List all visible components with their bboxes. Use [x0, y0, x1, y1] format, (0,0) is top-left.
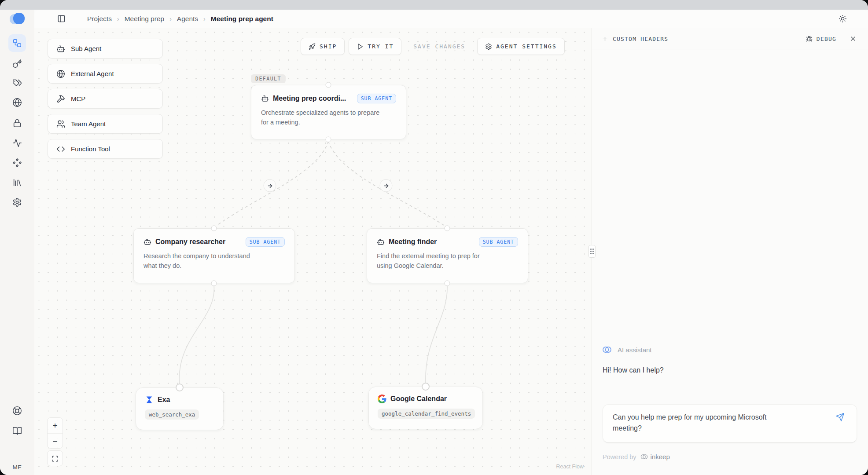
react-flow-attribution[interactable]: React Flow	[556, 464, 584, 470]
fullscreen-button[interactable]	[48, 451, 63, 466]
flow-canvas[interactable]: Sub Agent External Agent MCP Team Agent …	[34, 28, 592, 475]
close-icon	[850, 35, 857, 42]
panel-left-toggle-button[interactable]	[55, 12, 68, 26]
topbar: Projects › Meeting prep › Agents › Meeti…	[34, 10, 868, 28]
play-icon	[357, 43, 364, 50]
sidebar-item-components[interactable]	[8, 154, 26, 172]
node-title: Meeting finder	[389, 238, 437, 246]
close-panel-button[interactable]	[848, 33, 858, 44]
breadcrumb-separator: ›	[117, 15, 119, 22]
sidebar-item-docs[interactable]	[8, 422, 26, 440]
try-it-panel: CUSTOM HEADERS DEBUG AI assistant Hi! Ho…	[592, 28, 868, 475]
sidebar-item-activity[interactable]	[8, 134, 26, 152]
inkeep-assistant-icon	[602, 344, 612, 355]
node-handle-bottom[interactable]	[326, 137, 331, 142]
tool-name-pill: google_calendar_find_events	[378, 409, 475, 419]
breadcrumb-separator: ›	[169, 15, 172, 22]
debug-button[interactable]: DEBUG	[806, 36, 836, 42]
tool-name-pill: web_search_exa	[145, 409, 199, 420]
app-window: ME Projects › Meeting prep › Agents › Me…	[0, 0, 868, 475]
debug-label: DEBUG	[817, 36, 836, 42]
plus-icon	[602, 36, 608, 42]
palette-item-label: Team Agent	[71, 120, 106, 128]
sidebar-item-external[interactable]	[8, 94, 26, 111]
powered-by-row[interactable]: Powered by inkeep	[603, 453, 670, 461]
send-message-button[interactable]	[835, 413, 846, 423]
user-avatar[interactable]: ME	[0, 464, 34, 471]
node-meeting-finder[interactable]: Meeting finder SUB AGENT Find the extern…	[367, 228, 528, 283]
node-meeting-prep-coordinator[interactable]: Meeting prep coordi... SUB AGENT Orchest…	[251, 85, 406, 139]
sidebar-item-security[interactable]	[8, 114, 26, 132]
node-handle-top[interactable]	[445, 226, 450, 231]
workflow-icon	[12, 38, 22, 48]
ship-button-label: SHIP	[320, 43, 337, 50]
node-handle-top[interactable]	[176, 384, 184, 391]
canvas-toolbar: SHIP TRY IT SAVE CHANGES AGENT SETTINGS	[301, 38, 565, 55]
node-title: Exa	[158, 396, 170, 404]
node-handle-bottom[interactable]	[445, 281, 450, 286]
bot-icon	[261, 95, 269, 102]
node-description: Research the company to understand what …	[143, 252, 262, 271]
activity-icon	[12, 138, 22, 148]
chat-input-card: Can you help me prep for my upcoming Mic…	[603, 404, 857, 443]
bot-icon	[143, 238, 151, 246]
panel-left-icon	[57, 15, 66, 23]
edge-arrow-marker	[264, 179, 276, 192]
fit-view-control	[47, 450, 63, 466]
chat-input[interactable]: Can you help me prep for my upcoming Mic…	[613, 412, 784, 434]
agent-settings-button-label: AGENT SETTINGS	[496, 43, 557, 50]
node-google-calendar-tool[interactable]: Google Calendar google_calendar_find_eve…	[368, 387, 483, 429]
node-company-researcher[interactable]: Company researcher SUB AGENT Research th…	[133, 228, 295, 283]
sidebar-item-workflow[interactable]	[8, 34, 26, 52]
book-open-icon	[12, 426, 22, 436]
logo-blob-blue	[13, 13, 25, 24]
breadcrumb-separator: ›	[203, 15, 206, 22]
inkeep-logo[interactable]	[10, 11, 26, 26]
globe-icon	[12, 98, 22, 107]
zoom-out-button[interactable]: −	[48, 433, 63, 449]
breadcrumb-projects[interactable]: Projects	[87, 15, 112, 23]
save-changes-button-label: SAVE CHANGES	[413, 43, 465, 50]
sub-agent-badge: SUB AGENT	[479, 237, 518, 247]
sidebar-item-credentials[interactable]	[8, 55, 26, 73]
agent-settings-button[interactable]: AGENT SETTINGS	[477, 38, 565, 55]
theme-toggle-button[interactable]	[835, 12, 850, 26]
palette-item-external-agent[interactable]: External Agent	[48, 64, 163, 84]
breadcrumb-project-name[interactable]: Meeting prep	[125, 15, 164, 23]
node-handle-top[interactable]	[422, 383, 430, 391]
inkeep-logo-icon	[640, 453, 648, 461]
node-handle-bottom[interactable]	[211, 281, 217, 286]
add-custom-headers-button[interactable]: CUSTOM HEADERS	[602, 36, 668, 42]
sidebar-item-tags[interactable]	[8, 74, 26, 91]
sidebar-item-settings[interactable]	[8, 194, 26, 211]
zoom-in-button[interactable]: +	[48, 418, 63, 433]
google-logo-icon	[378, 395, 386, 403]
palette-item-label: Sub Agent	[71, 45, 101, 52]
users-icon	[56, 120, 65, 128]
ship-button[interactable]: SHIP	[301, 38, 345, 55]
node-handle-top[interactable]	[211, 226, 217, 231]
hammer-icon	[56, 95, 65, 103]
breadcrumb-agents[interactable]: Agents	[177, 15, 198, 23]
node-title: Company researcher	[155, 238, 225, 246]
bot-icon	[377, 238, 385, 246]
save-changes-button[interactable]: SAVE CHANGES	[405, 38, 473, 55]
try-it-button[interactable]: TRY IT	[349, 38, 401, 55]
palette-item-sub-agent[interactable]: Sub Agent	[48, 39, 163, 58]
palette-item-team-agent[interactable]: Team Agent	[48, 114, 163, 134]
node-exa-tool[interactable]: Exa web_search_exa	[136, 387, 224, 430]
custom-headers-label: CUSTOM HEADERS	[613, 36, 668, 42]
gear-icon	[12, 197, 22, 207]
sidebar-item-library[interactable]	[8, 174, 26, 191]
library-icon	[12, 178, 22, 187]
life-buoy-icon	[12, 406, 22, 416]
palette-item-mcp[interactable]: MCP	[48, 89, 163, 109]
arrow-right-icon	[383, 183, 389, 189]
node-description: Find the external meeting to prep for us…	[377, 252, 496, 271]
sidebar-item-help[interactable]	[8, 402, 26, 420]
exa-logo-icon	[145, 395, 154, 404]
powered-by-label: Powered by	[603, 453, 636, 460]
node-handle-top[interactable]	[326, 82, 331, 88]
palette-item-function-tool[interactable]: Function Tool	[48, 139, 163, 159]
panel-resize-grip[interactable]	[588, 245, 596, 258]
